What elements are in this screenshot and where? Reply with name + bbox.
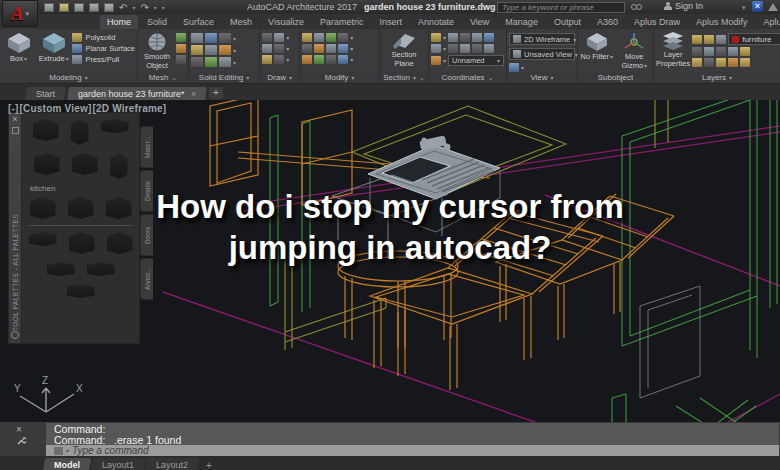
named-ucs-dropdown[interactable]: Unnamed▾ [448, 55, 504, 66]
panel-label-view[interactable]: View▾ [507, 72, 577, 83]
tab-annotate[interactable]: Annotate [411, 15, 461, 29]
tab-view[interactable]: View [463, 15, 496, 29]
rotate-icon[interactable] [314, 33, 324, 42]
search-input[interactable] [497, 2, 625, 13]
new-layout-button[interactable]: + [200, 460, 218, 470]
close-tab-icon[interactable]: × [191, 89, 196, 99]
narrow-cabinet-tool[interactable] [110, 153, 128, 179]
arc-icon[interactable] [274, 33, 284, 42]
search-icon[interactable] [631, 4, 642, 10]
counter-tool[interactable] [101, 119, 129, 133]
ucs-icon-10[interactable] [431, 56, 441, 65]
tab-home[interactable]: Home [100, 15, 138, 29]
tab-manage[interactable]: Manage [498, 15, 545, 29]
tall-cabinet-tool[interactable] [71, 119, 89, 145]
ucs-icon-7[interactable] [460, 44, 470, 53]
command-customize-icon[interactable] [54, 447, 63, 455]
new-file-icon[interactable] [44, 3, 54, 12]
join-icon[interactable] [338, 55, 348, 64]
erase-icon[interactable] [302, 55, 312, 64]
tab-visualize[interactable]: Visualize [261, 15, 311, 29]
move-icon[interactable] [302, 33, 312, 42]
mesh-icon-2[interactable] [176, 44, 186, 53]
layer-icon-1[interactable] [692, 47, 702, 56]
tab-aplus-tools[interactable]: Aplus Tools [757, 15, 780, 29]
ucs-icon-1[interactable] [448, 33, 458, 42]
palette-properties-icon[interactable] [11, 331, 19, 339]
shell-icon[interactable] [219, 45, 231, 55]
interfere-icon[interactable] [205, 57, 217, 67]
intersect-icon[interactable] [219, 33, 231, 43]
offset-icon[interactable] [326, 55, 336, 64]
save-icon[interactable] [74, 3, 84, 12]
subtract-icon[interactable] [205, 33, 217, 43]
taper-face-icon[interactable] [205, 45, 217, 55]
drawer-cabinet-tool[interactable] [72, 153, 98, 175]
tab-a360[interactable]: A360 [590, 15, 625, 29]
layer-icon-3[interactable] [716, 47, 726, 56]
tab-solid[interactable]: Solid [140, 15, 174, 29]
panel-label-modify[interactable]: Modify▾ [300, 72, 379, 83]
polyline-icon[interactable] [274, 55, 284, 64]
tab-model[interactable]: Model [43, 458, 91, 470]
no-filter-button[interactable]: No Filter▾ [580, 31, 614, 62]
ucs-icon-2[interactable] [460, 33, 470, 42]
close-icon[interactable]: × [12, 115, 17, 124]
layer-dropdown[interactable]: furniture▾ [728, 33, 780, 45]
new-tab-button[interactable]: + [209, 87, 223, 99]
ucs-icon-8[interactable] [472, 44, 482, 53]
sign-in-button[interactable]: Sign In [664, 1, 703, 11]
layer-icon-6[interactable] [692, 58, 702, 67]
press-pull-button[interactable]: Press/Pull [72, 55, 135, 64]
tab-layout1[interactable]: Layout1 [91, 458, 145, 470]
tab-document[interactable]: garden house 23 furniture*× [67, 87, 207, 100]
tab-output[interactable]: Output [547, 15, 588, 29]
panel-label-layers[interactable]: Layers▾ [654, 72, 780, 83]
sign-in-caret-icon[interactable]: ▾ [742, 4, 746, 12]
panel-label-coordinates[interactable]: Coordinates⌄ [429, 72, 506, 83]
panel-label-mesh[interactable]: Mesh⌄ [138, 72, 188, 83]
layer-icon-7[interactable] [704, 58, 714, 67]
kitchen-cabinet-tool[interactable] [33, 119, 59, 141]
array-icon[interactable] [338, 44, 348, 53]
slice-icon[interactable] [191, 57, 203, 67]
command-input[interactable]: ▾ Type a command [46, 445, 779, 456]
move-gizmo-button[interactable]: Move Gizmo▾ [618, 31, 652, 70]
line-icon[interactable] [262, 33, 272, 42]
plot-icon[interactable] [104, 3, 114, 12]
redo-caret-icon[interactable]: ▾ [154, 4, 157, 11]
qat-customize-icon[interactable]: ▾ [162, 4, 165, 11]
layer-icon-2[interactable] [704, 47, 714, 56]
view-controls-menu[interactable]: [Custom View] [20, 103, 92, 114]
redo-icon[interactable]: ↷ [140, 3, 148, 12]
layer-on-icon[interactable] [692, 35, 702, 44]
ucs-icon-4[interactable] [484, 33, 494, 42]
command-caret-icon[interactable]: ▾ [66, 447, 69, 454]
panel-label-modeling[interactable]: Modeling▾ [0, 72, 137, 83]
tab-insert[interactable]: Insert [372, 15, 409, 29]
command-window-handle[interactable]: × [0, 422, 46, 456]
undo-icon[interactable]: ↶ [119, 3, 127, 12]
exchange-apps-icon[interactable]: × [752, 1, 763, 12]
layer-icon-10[interactable] [740, 58, 750, 67]
viewport-config-icon[interactable] [509, 63, 519, 72]
layer-properties-button[interactable]: Layer Properties [656, 31, 690, 68]
layer-icon-8[interactable] [716, 58, 726, 67]
undo-caret-icon[interactable]: ▾ [132, 4, 135, 11]
layer-icon-4[interactable] [728, 47, 738, 56]
union-icon[interactable] [191, 33, 203, 43]
tab-parametric[interactable]: Parametric [313, 15, 371, 29]
layer-icon-9[interactable] [728, 58, 738, 67]
application-menu-button[interactable]: A ▾ [2, 0, 38, 27]
viewport-controls-menu[interactable]: [-] [8, 103, 19, 114]
layer-thaw-icon[interactable] [704, 35, 714, 44]
table-tool[interactable] [67, 284, 95, 298]
ucs-icon-6[interactable] [448, 44, 458, 53]
autohide-pin-icon[interactable] [12, 127, 19, 134]
box-button[interactable]: Box▾ [2, 31, 35, 64]
ellipse-icon[interactable] [274, 44, 284, 53]
mesh-icon-3[interactable] [176, 55, 186, 64]
visual-style-controls-menu[interactable]: [2D Wireframe] [92, 103, 166, 114]
drawing-viewport[interactable]: [-][Custom View][2D Wireframe] × TOOL PA… [0, 100, 780, 422]
hatch-icon[interactable] [262, 55, 272, 64]
